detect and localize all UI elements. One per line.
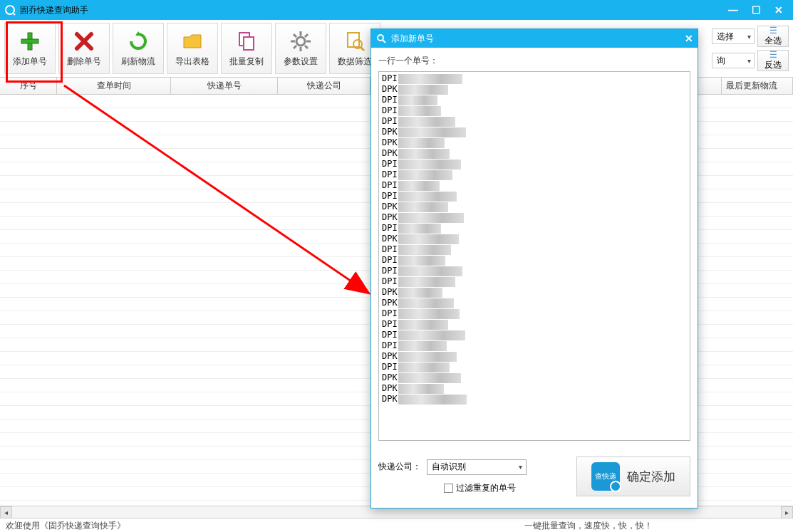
copy-icon [235,30,258,53]
search-doc-icon [343,30,366,53]
select-combo-label: 选择 [717,31,734,43]
maximize-button[interactable]: ☐ [746,3,766,17]
col-number[interactable]: 快递单号 [171,78,278,94]
filter-label: 数据筛选 [338,56,372,68]
company-select[interactable]: 自动识别 [427,459,527,475]
refresh-label: 刷新物流 [121,56,155,68]
tracking-line: DPK [382,372,687,383]
dedupe-label: 过滤重复的单号 [456,482,516,494]
select-combo[interactable]: 选择 [712,28,755,44]
col-seq[interactable]: 序号 [0,78,57,94]
col-lastupdate[interactable]: 最后更新物流 [722,78,793,94]
dialog-close-button[interactable]: ✕ [685,33,693,44]
tracking-line: DPK [382,212,687,223]
dialog-body: 一行一个单号： DPIDPKDPIDPIDPIDPKDPKDPKDPIDPIDP… [371,48,698,444]
svg-line-11 [294,34,296,37]
dedupe-checkbox[interactable]: 过滤重复的单号 [444,482,569,494]
svg-rect-5 [244,37,254,50]
tracking-line: DPI [382,308,687,319]
tracking-line: DPK [382,137,687,148]
close-button[interactable]: ✕ [769,3,789,17]
col-company[interactable]: 快递公司 [278,78,370,94]
tracking-line: DPI [382,330,687,340]
tracking-line: DPK [382,148,687,159]
export-label: 导出表格 [175,56,209,68]
tracking-line: DPK [382,351,687,362]
invert-select-button[interactable]: ☰反选 [757,50,789,71]
status-right: 一键批量查询，速度快，快，快！ [524,520,653,532]
dialog-hint: 一行一个单号： [378,55,690,67]
svg-line-1 [13,13,15,15]
svg-line-13 [305,34,308,37]
tracking-line: DPI [382,244,687,255]
svg-point-6 [296,37,305,46]
delete-label: 删除单号 [67,56,101,68]
dialog-titlebar: 添加新单号 ✕ [371,29,698,48]
svg-line-21 [383,40,385,43]
tracking-line: DPI [382,266,687,276]
scroll-left-button[interactable]: ◂ [0,506,12,518]
company-label: 快递公司： [378,461,421,473]
tracking-line: DPK [382,287,687,298]
tracking-line: DPI [382,73,687,84]
titlebar: 固乔快递查询助手 — ☐ ✕ [0,0,793,20]
list-icon: ☰ [769,26,777,35]
tracking-line: DPI [382,159,687,169]
tracking-line: DPK [382,202,687,212]
tracking-line: DPI [382,223,687,234]
company-select-value: 自动识别 [432,461,466,473]
confirm-add-button[interactable]: 查快递 确定添加 [576,457,690,496]
checkbox-box [444,484,453,493]
tracking-line: DPI [382,105,687,116]
tracking-line: DPI [382,319,687,330]
copy-button[interactable]: 批量复制 [221,23,272,74]
settings-label: 参数设置 [284,56,318,68]
tracking-line: DPK [382,394,687,405]
add-tracking-dialog: 添加新单号 ✕ 一行一个单号： DPIDPKDPIDPIDPIDPKDPKDPK… [370,28,698,508]
tracking-line: DPK [382,298,687,308]
list-icon: ☰ [769,51,777,59]
svg-rect-3 [21,39,38,43]
settings-button[interactable]: 参数设置 [275,23,326,74]
app-icon [4,4,16,16]
plus-icon [19,30,41,53]
select-all-label: 全选 [765,35,782,47]
add-label: 添加单号 [13,56,47,68]
tracking-line: DPI [382,116,687,127]
tracking-line: DPI [382,180,687,191]
query-combo-label: 询 [717,55,725,67]
statusbar: 欢迎使用《固乔快递查询快手》 一键批量查询，速度快，快，快！ [0,518,793,532]
query-combo[interactable]: 询 [712,53,755,68]
svg-point-20 [378,35,383,41]
window-title: 固乔快递查询助手 [20,4,723,16]
tracking-line: DPI [382,255,687,266]
tracking-line: DPK [382,127,687,137]
col-time[interactable]: 查单时间 [57,78,171,94]
refresh-button[interactable]: 刷新物流 [113,23,164,74]
tracking-line: DPK [382,234,687,244]
delete-tracking-button[interactable]: 删除单号 [58,23,110,74]
tracking-line: DPI [382,276,687,287]
copy-label: 批量复制 [229,56,264,68]
status-left: 欢迎使用《固乔快递查询快手》 [6,520,125,532]
add-tracking-button[interactable]: 添加单号 [4,23,56,74]
tracking-line: DPI [382,169,687,180]
export-button[interactable]: 导出表格 [167,23,218,74]
tracking-line: DPK [382,383,687,394]
refresh-icon [127,30,150,53]
dialog-footer: 快递公司： 自动识别 过滤重复的单号 查快递 确定添加 [371,444,698,508]
folder-icon [181,30,204,53]
select-all-button[interactable]: ☰全选 [757,26,789,47]
gear-icon [289,30,312,53]
tracking-textarea[interactable]: DPIDPKDPIDPIDPIDPKDPKDPKDPIDPIDPIDPIDPKD… [378,71,690,441]
svg-line-17 [361,47,364,51]
svg-line-12 [305,46,308,48]
x-icon [73,30,95,53]
search-express-icon: 查快递 [591,462,620,491]
tracking-line: DPI [382,191,687,202]
invert-label: 反选 [765,59,782,71]
tracking-line: DPK [382,84,687,95]
tracking-line: DPI [382,95,687,105]
minimize-button[interactable]: — [723,3,743,17]
scroll-right-button[interactable]: ▸ [781,506,793,518]
